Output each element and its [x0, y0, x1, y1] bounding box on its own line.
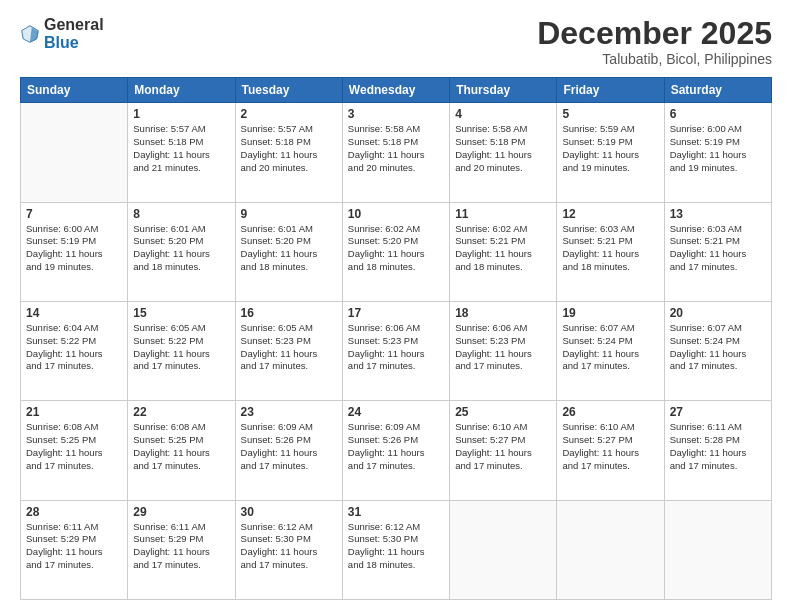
- day-number: 2: [241, 107, 337, 121]
- calendar-header-row: SundayMondayTuesdayWednesdayThursdayFrid…: [21, 78, 772, 103]
- day-info: Sunrise: 6:08 AM Sunset: 5:25 PM Dayligh…: [26, 421, 122, 472]
- calendar-cell: 17Sunrise: 6:06 AM Sunset: 5:23 PM Dayli…: [342, 301, 449, 400]
- day-info: Sunrise: 6:11 AM Sunset: 5:29 PM Dayligh…: [133, 521, 229, 572]
- day-number: 4: [455, 107, 551, 121]
- day-info: Sunrise: 5:59 AM Sunset: 5:19 PM Dayligh…: [562, 123, 658, 174]
- calendar-cell: 19Sunrise: 6:07 AM Sunset: 5:24 PM Dayli…: [557, 301, 664, 400]
- day-info: Sunrise: 5:57 AM Sunset: 5:18 PM Dayligh…: [133, 123, 229, 174]
- day-info: Sunrise: 6:02 AM Sunset: 5:20 PM Dayligh…: [348, 223, 444, 274]
- calendar-cell: 20Sunrise: 6:07 AM Sunset: 5:24 PM Dayli…: [664, 301, 771, 400]
- day-number: 3: [348, 107, 444, 121]
- logo-icon: [20, 24, 40, 44]
- day-number: 12: [562, 207, 658, 221]
- calendar-cell: 30Sunrise: 6:12 AM Sunset: 5:30 PM Dayli…: [235, 500, 342, 599]
- day-number: 15: [133, 306, 229, 320]
- calendar-cell: 24Sunrise: 6:09 AM Sunset: 5:26 PM Dayli…: [342, 401, 449, 500]
- day-number: 8: [133, 207, 229, 221]
- calendar-day-header: Sunday: [21, 78, 128, 103]
- page: General Blue December 2025 Talubatib, Bi…: [0, 0, 792, 612]
- calendar-cell: [664, 500, 771, 599]
- calendar-day-header: Saturday: [664, 78, 771, 103]
- day-info: Sunrise: 6:05 AM Sunset: 5:23 PM Dayligh…: [241, 322, 337, 373]
- day-number: 19: [562, 306, 658, 320]
- day-info: Sunrise: 6:08 AM Sunset: 5:25 PM Dayligh…: [133, 421, 229, 472]
- calendar-week-row: 21Sunrise: 6:08 AM Sunset: 5:25 PM Dayli…: [21, 401, 772, 500]
- calendar-cell: 5Sunrise: 5:59 AM Sunset: 5:19 PM Daylig…: [557, 103, 664, 202]
- calendar-cell: 9Sunrise: 6:01 AM Sunset: 5:20 PM Daylig…: [235, 202, 342, 301]
- day-number: 1: [133, 107, 229, 121]
- day-number: 5: [562, 107, 658, 121]
- day-info: Sunrise: 6:09 AM Sunset: 5:26 PM Dayligh…: [241, 421, 337, 472]
- day-number: 28: [26, 505, 122, 519]
- day-number: 29: [133, 505, 229, 519]
- header-right: December 2025 Talubatib, Bicol, Philippi…: [537, 16, 772, 67]
- day-number: 22: [133, 405, 229, 419]
- day-info: Sunrise: 6:03 AM Sunset: 5:21 PM Dayligh…: [670, 223, 766, 274]
- calendar-cell: 31Sunrise: 6:12 AM Sunset: 5:30 PM Dayli…: [342, 500, 449, 599]
- day-info: Sunrise: 5:58 AM Sunset: 5:18 PM Dayligh…: [348, 123, 444, 174]
- calendar-cell: 12Sunrise: 6:03 AM Sunset: 5:21 PM Dayli…: [557, 202, 664, 301]
- day-info: Sunrise: 6:05 AM Sunset: 5:22 PM Dayligh…: [133, 322, 229, 373]
- day-info: Sunrise: 5:57 AM Sunset: 5:18 PM Dayligh…: [241, 123, 337, 174]
- day-number: 25: [455, 405, 551, 419]
- day-number: 26: [562, 405, 658, 419]
- day-info: Sunrise: 6:09 AM Sunset: 5:26 PM Dayligh…: [348, 421, 444, 472]
- day-number: 14: [26, 306, 122, 320]
- day-info: Sunrise: 6:07 AM Sunset: 5:24 PM Dayligh…: [670, 322, 766, 373]
- day-number: 17: [348, 306, 444, 320]
- day-number: 30: [241, 505, 337, 519]
- logo-blue: Blue: [44, 34, 79, 51]
- day-number: 27: [670, 405, 766, 419]
- calendar-cell: 25Sunrise: 6:10 AM Sunset: 5:27 PM Dayli…: [450, 401, 557, 500]
- day-number: 6: [670, 107, 766, 121]
- calendar-cell: 6Sunrise: 6:00 AM Sunset: 5:19 PM Daylig…: [664, 103, 771, 202]
- logo-text: General Blue: [44, 16, 104, 51]
- calendar-week-row: 1Sunrise: 5:57 AM Sunset: 5:18 PM Daylig…: [21, 103, 772, 202]
- day-number: 16: [241, 306, 337, 320]
- calendar-cell: 29Sunrise: 6:11 AM Sunset: 5:29 PM Dayli…: [128, 500, 235, 599]
- day-info: Sunrise: 6:06 AM Sunset: 5:23 PM Dayligh…: [455, 322, 551, 373]
- logo: General Blue: [20, 16, 104, 51]
- day-info: Sunrise: 6:00 AM Sunset: 5:19 PM Dayligh…: [670, 123, 766, 174]
- calendar-cell: 11Sunrise: 6:02 AM Sunset: 5:21 PM Dayli…: [450, 202, 557, 301]
- calendar-cell: [557, 500, 664, 599]
- calendar-week-row: 28Sunrise: 6:11 AM Sunset: 5:29 PM Dayli…: [21, 500, 772, 599]
- calendar-day-header: Wednesday: [342, 78, 449, 103]
- day-number: 24: [348, 405, 444, 419]
- calendar-cell: 8Sunrise: 6:01 AM Sunset: 5:20 PM Daylig…: [128, 202, 235, 301]
- day-number: 23: [241, 405, 337, 419]
- day-info: Sunrise: 5:58 AM Sunset: 5:18 PM Dayligh…: [455, 123, 551, 174]
- day-info: Sunrise: 6:10 AM Sunset: 5:27 PM Dayligh…: [562, 421, 658, 472]
- calendar-cell: 13Sunrise: 6:03 AM Sunset: 5:21 PM Dayli…: [664, 202, 771, 301]
- calendar-cell: 18Sunrise: 6:06 AM Sunset: 5:23 PM Dayli…: [450, 301, 557, 400]
- day-info: Sunrise: 6:11 AM Sunset: 5:29 PM Dayligh…: [26, 521, 122, 572]
- calendar-cell: 14Sunrise: 6:04 AM Sunset: 5:22 PM Dayli…: [21, 301, 128, 400]
- calendar-cell: 28Sunrise: 6:11 AM Sunset: 5:29 PM Dayli…: [21, 500, 128, 599]
- day-info: Sunrise: 6:03 AM Sunset: 5:21 PM Dayligh…: [562, 223, 658, 274]
- day-number: 11: [455, 207, 551, 221]
- header: General Blue December 2025 Talubatib, Bi…: [20, 16, 772, 67]
- calendar-day-header: Monday: [128, 78, 235, 103]
- day-number: 10: [348, 207, 444, 221]
- calendar-day-header: Tuesday: [235, 78, 342, 103]
- calendar-week-row: 7Sunrise: 6:00 AM Sunset: 5:19 PM Daylig…: [21, 202, 772, 301]
- day-info: Sunrise: 6:02 AM Sunset: 5:21 PM Dayligh…: [455, 223, 551, 274]
- calendar-cell: [21, 103, 128, 202]
- day-number: 7: [26, 207, 122, 221]
- day-info: Sunrise: 6:12 AM Sunset: 5:30 PM Dayligh…: [241, 521, 337, 572]
- day-info: Sunrise: 6:01 AM Sunset: 5:20 PM Dayligh…: [241, 223, 337, 274]
- day-info: Sunrise: 6:00 AM Sunset: 5:19 PM Dayligh…: [26, 223, 122, 274]
- calendar-cell: 1Sunrise: 5:57 AM Sunset: 5:18 PM Daylig…: [128, 103, 235, 202]
- calendar-cell: 27Sunrise: 6:11 AM Sunset: 5:28 PM Dayli…: [664, 401, 771, 500]
- calendar-cell: 2Sunrise: 5:57 AM Sunset: 5:18 PM Daylig…: [235, 103, 342, 202]
- logo-general: General: [44, 16, 104, 33]
- day-number: 18: [455, 306, 551, 320]
- calendar-cell: 4Sunrise: 5:58 AM Sunset: 5:18 PM Daylig…: [450, 103, 557, 202]
- day-info: Sunrise: 6:06 AM Sunset: 5:23 PM Dayligh…: [348, 322, 444, 373]
- calendar-cell: 23Sunrise: 6:09 AM Sunset: 5:26 PM Dayli…: [235, 401, 342, 500]
- month-title: December 2025: [537, 16, 772, 51]
- calendar-cell: 3Sunrise: 5:58 AM Sunset: 5:18 PM Daylig…: [342, 103, 449, 202]
- day-info: Sunrise: 6:11 AM Sunset: 5:28 PM Dayligh…: [670, 421, 766, 472]
- calendar-cell: [450, 500, 557, 599]
- day-number: 21: [26, 405, 122, 419]
